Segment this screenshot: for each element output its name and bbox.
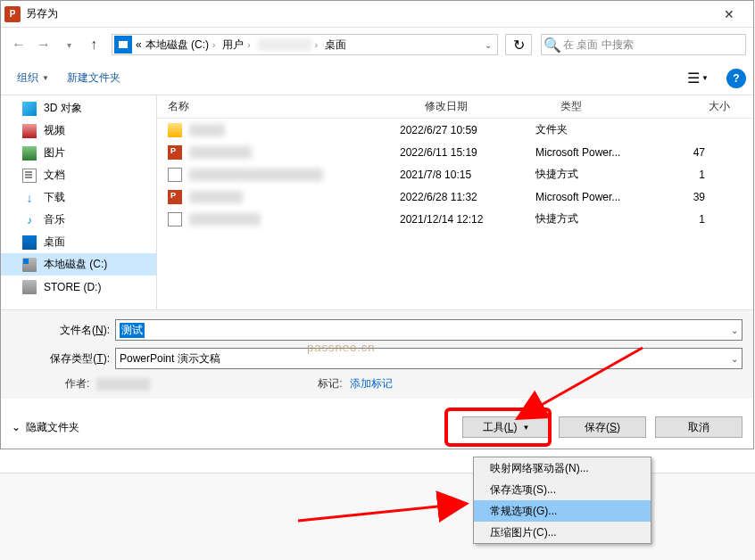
col-type[interactable]: 类型 xyxy=(560,99,685,114)
sidebar-item[interactable]: 本地磁盘 (C:) xyxy=(1,253,156,276)
sidebar-item-label: 下载 xyxy=(44,190,65,205)
file-icon xyxy=(168,145,182,160)
new-folder-button[interactable]: 新建文件夹 xyxy=(58,67,129,89)
hide-folders-link[interactable]: ⌄隐藏文件夹 xyxy=(12,420,79,435)
path-desktop[interactable]: 桌面 xyxy=(325,37,346,53)
path-breadcrumb[interactable]: « 本地磁盘 (C:)› 用户› › 桌面 ⌄ xyxy=(112,34,498,55)
filename-label: 文件名(N): xyxy=(12,323,115,338)
path-dropdown[interactable]: ⌄ xyxy=(479,40,497,50)
window-title: 另存为 xyxy=(26,6,709,21)
file-row[interactable]: 2021/12/14 12:12快捷方式1 xyxy=(157,208,753,230)
up-button[interactable]: ↑ xyxy=(83,34,104,55)
column-headers[interactable]: 名称 修改日期 类型 大小 xyxy=(157,95,753,119)
sidebar-icon xyxy=(22,146,37,161)
sidebar-item-label: 图片 xyxy=(44,145,65,161)
file-name-redacted xyxy=(189,146,252,159)
chevron-down-icon[interactable]: ⌄ xyxy=(731,325,738,335)
dropdown-item[interactable]: 压缩图片(C)... xyxy=(474,522,651,543)
file-type: Microsoft Power... xyxy=(535,191,660,203)
tools-button[interactable]: 工具(L)▼ xyxy=(462,416,550,438)
view-button[interactable]: ☰ ▼ xyxy=(680,70,716,86)
chevron-down-icon: ⌄ xyxy=(12,421,21,433)
filetype-select[interactable]: PowerPoint 演示文稿⌄ xyxy=(115,348,743,369)
dropdown-item[interactable]: 常规选项(G)... xyxy=(474,500,651,522)
sidebar-item[interactable]: 视频 xyxy=(1,119,156,142)
sidebar-item-label: 文档 xyxy=(44,168,65,183)
sidebar-item-label: 本地磁盘 (C:) xyxy=(44,257,107,272)
recent-dropdown[interactable]: ▾ xyxy=(58,34,79,55)
file-date: 2021/7/8 10:15 xyxy=(400,169,535,181)
sidebar-icon xyxy=(22,235,37,250)
sidebar-item-label: 视频 xyxy=(44,123,65,138)
sidebar-item-label: STORE (D:) xyxy=(44,281,101,293)
path-user[interactable]: 用户 xyxy=(222,37,244,53)
close-button[interactable]: ✕ xyxy=(709,2,750,27)
file-row[interactable]: 2022/6/28 11:32Microsoft Power...39 xyxy=(157,185,753,208)
file-icon xyxy=(168,190,182,204)
file-size: 47 xyxy=(660,146,714,159)
file-date: 2021/12/14 12:12 xyxy=(400,213,535,226)
powerpoint-icon: P xyxy=(4,6,21,22)
search-input[interactable]: 🔍 在 桌面 中搜索 xyxy=(541,34,746,55)
file-row[interactable]: 2021/7/8 10:15快捷方式1 xyxy=(157,163,753,185)
sidebar-icon: ↓ xyxy=(22,191,37,205)
dropdown-item[interactable]: 保存选项(S)... xyxy=(474,479,651,500)
col-date[interactable]: 修改日期 xyxy=(425,99,560,114)
sidebar-item[interactable]: ↓下载 xyxy=(1,186,156,209)
svg-line-1 xyxy=(298,504,464,521)
sidebar-item[interactable]: STORE (D:) xyxy=(1,276,156,298)
tools-dropdown: 映射网络驱动器(N)...保存选项(S)...常规选项(G)...压缩图片(C)… xyxy=(473,457,651,544)
file-date: 2022/6/11 15:19 xyxy=(400,146,535,159)
sidebar-item-label: 3D 对象 xyxy=(44,101,82,116)
file-date: 2022/6/27 10:59 xyxy=(400,124,535,136)
help-button[interactable]: ? xyxy=(726,69,746,88)
author-redacted xyxy=(96,378,150,391)
file-type: 快捷方式 xyxy=(535,211,660,226)
dropdown-item[interactable]: 映射网络驱动器(N)... xyxy=(474,457,651,479)
sidebar-item[interactable]: 图片 xyxy=(1,142,156,164)
sidebar-item[interactable]: ♪音乐 xyxy=(1,209,156,231)
save-button[interactable]: 保存(S) xyxy=(559,416,646,438)
filetype-label: 保存类型(T): xyxy=(12,351,115,366)
col-name[interactable]: 名称 xyxy=(157,99,425,114)
sidebar-icon: ♪ xyxy=(22,213,37,227)
sidebar-icon xyxy=(22,258,37,272)
filename-input[interactable]: 测试⌄ xyxy=(115,319,743,341)
sidebar-item[interactable]: 文档 xyxy=(1,164,156,186)
sidebar-icon xyxy=(22,124,37,138)
path-prefix: « xyxy=(134,38,144,51)
file-date: 2022/6/28 11:32 xyxy=(400,191,535,203)
file-size: 1 xyxy=(660,169,714,181)
back-button[interactable]: ← xyxy=(8,34,29,55)
file-name-redacted xyxy=(189,213,261,226)
sidebar-item-label: 音乐 xyxy=(44,212,65,227)
organize-button[interactable]: 组织▼ xyxy=(8,67,58,89)
forward-button[interactable]: → xyxy=(33,34,54,55)
sidebar-icon xyxy=(22,102,37,116)
file-type: 文件夹 xyxy=(535,122,660,137)
file-row[interactable]: 2022/6/27 10:59文件夹 xyxy=(157,119,753,141)
titlebar: P 另存为 ✕ xyxy=(1,1,753,28)
file-name-redacted xyxy=(189,191,243,203)
file-name-redacted xyxy=(189,169,323,181)
tag-label: 标记: xyxy=(318,376,342,391)
file-icon xyxy=(168,168,182,182)
file-row[interactable]: 2022/6/11 15:19Microsoft Power...47 xyxy=(157,141,753,163)
sidebar-item[interactable]: 桌面 xyxy=(1,231,156,253)
file-icon xyxy=(168,123,182,137)
path-disk[interactable]: 本地磁盘 (C:) xyxy=(145,37,209,53)
refresh-button[interactable]: ↻ xyxy=(505,34,532,55)
add-tag-link[interactable]: 添加标记 xyxy=(350,376,393,391)
cancel-button[interactable]: 取消 xyxy=(655,416,743,438)
file-type: 快捷方式 xyxy=(535,167,660,182)
chevron-down-icon[interactable]: ⌄ xyxy=(731,354,738,364)
sidebar: 3D 对象视频图片文档↓下载♪音乐桌面本地磁盘 (C:)STORE (D:) xyxy=(1,95,157,309)
sidebar-item[interactable]: 3D 对象 xyxy=(1,97,156,119)
sidebar-item-label: 桌面 xyxy=(44,235,65,250)
author-label: 作者: xyxy=(65,376,89,391)
file-size: 39 xyxy=(660,191,714,203)
file-name-redacted xyxy=(189,124,225,136)
sidebar-icon xyxy=(22,280,37,294)
sidebar-icon xyxy=(22,169,37,183)
col-size[interactable]: 大小 xyxy=(685,99,739,114)
